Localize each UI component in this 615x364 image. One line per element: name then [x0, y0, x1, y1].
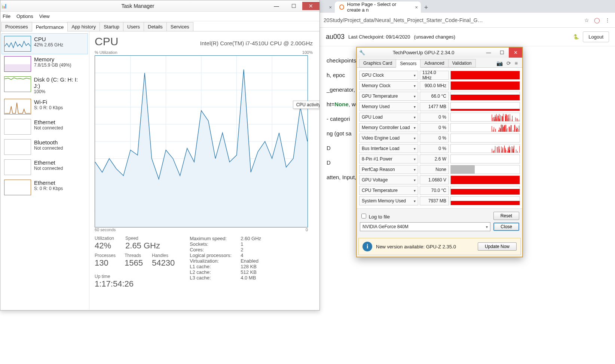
- sidebar-item-ethernet[interactable]: EthernetS: 0 R: 0 Kbps: [2, 177, 88, 198]
- sensor-name-dropdown[interactable]: Memory Controller Load: [359, 123, 418, 132]
- svg-rect-41: [503, 114, 504, 121]
- svg-rect-132: [513, 147, 513, 153]
- log-to-file-checkbox[interactable]: Log to file: [360, 212, 390, 220]
- gz-tab-sensors[interactable]: Sensors: [396, 59, 420, 68]
- close-button[interactable]: ✕: [302, 2, 319, 10]
- sensor-name-dropdown[interactable]: GPU Temperature: [359, 92, 418, 101]
- refresh-icon[interactable]: ⟳: [507, 60, 511, 66]
- sensor-name-dropdown[interactable]: Video Engine Load: [359, 134, 418, 143]
- sensor-name-dropdown[interactable]: Memory Used: [359, 102, 418, 111]
- svg-rect-130: [508, 149, 508, 153]
- minimize-button[interactable]: —: [268, 2, 285, 10]
- sidebar-item-ethernet[interactable]: EthernetNot connected: [2, 117, 88, 137]
- sidebar-item-cpu[interactable]: CPU42% 2.65 GHz: [2, 34, 88, 54]
- gz-tab-graphics-card[interactable]: Graphics Card: [359, 59, 396, 67]
- camera-icon[interactable]: 📷: [496, 60, 503, 66]
- tab-users[interactable]: Users: [123, 22, 144, 31]
- sensor-chart[interactable]: [450, 134, 520, 143]
- detail-key: L2 cache:: [190, 269, 241, 275]
- extension-icon[interactable]: ◯: [593, 17, 601, 23]
- close-tab-icon[interactable]: ×: [329, 4, 332, 10]
- sensor-chart[interactable]: [450, 165, 520, 174]
- sidebar-item-wi-fi[interactable]: Wi-FiS: 0 R: 0 Kbps: [2, 97, 88, 117]
- sidebar-item-bluetooth[interactable]: BluetoothNot connected: [2, 137, 88, 157]
- menu-options[interactable]: Options: [16, 13, 33, 19]
- sensor-chart[interactable]: [450, 196, 520, 205]
- cpu-graph[interactable]: CPU activity: [95, 55, 308, 227]
- tab-startup[interactable]: Startup: [100, 22, 123, 31]
- menu-view[interactable]: View: [39, 13, 50, 19]
- sensor-name-dropdown[interactable]: Memory Clock: [359, 81, 418, 90]
- sensor-name-dropdown[interactable]: 8-Pin #1 Power: [359, 155, 418, 163]
- minimize-button[interactable]: —: [482, 48, 495, 58]
- sidebar-item-disk[interactable]: Disk 0 (C: G: H: I: J:)100%: [2, 74, 88, 97]
- sensor-name-dropdown[interactable]: Bus Interface Load: [359, 144, 418, 153]
- unsaved-label: (unsaved changes): [414, 34, 456, 40]
- maximize-button[interactable]: ☐: [495, 48, 509, 58]
- close-button-footer[interactable]: Close: [493, 223, 519, 231]
- threads-value: 1565: [125, 258, 143, 268]
- sensor-name-dropdown[interactable]: GPU Voltage: [359, 175, 418, 184]
- sensor-row: Memory Controller Load0 %: [359, 122, 520, 133]
- gpu-select[interactable]: NVIDIA GeForce 840M: [360, 222, 490, 231]
- tab-services[interactable]: Services: [166, 22, 193, 31]
- sensor-chart[interactable]: [450, 92, 520, 101]
- sidebar-item-sub: 100%: [34, 89, 85, 94]
- notebook-name[interactable]: au003: [326, 33, 345, 41]
- svg-rect-39: [512, 116, 512, 121]
- uptime-value: 1:17:54:26: [95, 279, 175, 289]
- gpu-z-title: TechPowerUp GPU-Z 2.34.0: [365, 50, 482, 55]
- browser-tab-1[interactable]: ×: [320, 1, 335, 13]
- sidebar-thumb: [4, 119, 31, 135]
- star-icon[interactable]: ☆: [583, 17, 590, 23]
- sidebar-item-ethernet[interactable]: EthernetNot connected: [2, 157, 88, 177]
- svg-rect-112: [509, 151, 509, 153]
- gz-tab-advanced[interactable]: Advanced: [420, 59, 448, 67]
- sidebar-item-memory[interactable]: Memory7.8/15.9 GB (49%): [2, 54, 88, 74]
- update-notification: i New version available: GPU-Z 2.35.0 Up…: [358, 238, 521, 255]
- sensor-chart[interactable]: [450, 155, 520, 163]
- sensor-name-dropdown[interactable]: CPU Temperature: [359, 186, 418, 195]
- logout-button[interactable]: Logout: [583, 31, 609, 42]
- tab-details[interactable]: Details: [144, 22, 167, 31]
- sensor-value: 70.0 °C: [420, 186, 449, 195]
- sensor-chart[interactable]: [450, 175, 520, 184]
- sensor-chart[interactable]: [450, 123, 520, 132]
- sensor-chart[interactable]: [450, 186, 520, 195]
- sensor-name-dropdown[interactable]: GPU Load: [359, 113, 418, 122]
- svg-rect-37: [496, 114, 496, 121]
- update-now-button[interactable]: Update Now: [478, 242, 517, 251]
- browser-tab-2[interactable]: Home Page - Select or create a n ×: [335, 1, 421, 13]
- close-button[interactable]: ✕: [509, 48, 522, 58]
- sensor-chart[interactable]: [450, 144, 520, 153]
- reset-button[interactable]: Reset: [493, 212, 519, 220]
- sensor-name-dropdown[interactable]: System Memory Used: [359, 196, 418, 205]
- browser-addressbar[interactable]: 20Study/Project_data/Neural_Nets_Project…: [320, 13, 615, 28]
- svg-rect-86: [498, 130, 499, 132]
- sensor-name-dropdown[interactable]: GPU Clock: [359, 71, 418, 80]
- menu-file[interactable]: File: [3, 13, 10, 19]
- sensor-chart[interactable]: [450, 102, 520, 111]
- svg-rect-76: [500, 128, 501, 132]
- tab-app-history[interactable]: App history: [67, 22, 100, 31]
- sensor-chart[interactable]: [450, 71, 520, 80]
- sidebar-item-sub: Not connected: [34, 146, 63, 151]
- sensor-chart[interactable]: [450, 81, 520, 90]
- svg-rect-49: [494, 117, 494, 121]
- svg-rect-113: [517, 151, 518, 153]
- gz-tab-validation[interactable]: Validation: [448, 59, 476, 67]
- menu-icon[interactable]: ≡: [515, 60, 518, 66]
- svg-rect-47: [508, 118, 509, 121]
- sensor-chart[interactable]: [450, 113, 520, 122]
- sensor-name-dropdown[interactable]: PerfCap Reason: [359, 165, 418, 174]
- svg-rect-36: [498, 116, 499, 121]
- tab-processes[interactable]: Processes: [1, 22, 32, 31]
- tab-performance[interactable]: Performance: [32, 22, 68, 31]
- svg-rect-134: [497, 147, 498, 153]
- svg-rect-75: [514, 125, 515, 132]
- new-tab-button[interactable]: +: [421, 2, 431, 13]
- maximize-button[interactable]: ☐: [285, 2, 302, 10]
- graph-ymax: 100%: [302, 50, 313, 55]
- browser-menu-icon[interactable]: ⋮: [604, 17, 611, 23]
- close-tab-icon[interactable]: ×: [415, 4, 418, 10]
